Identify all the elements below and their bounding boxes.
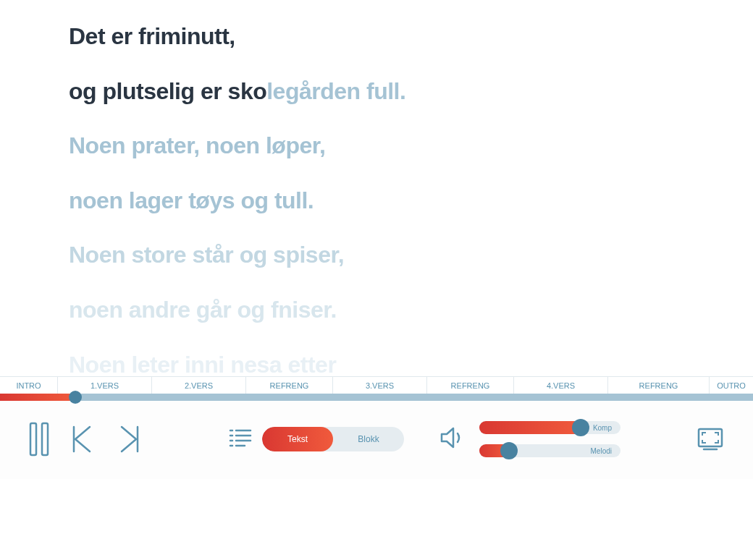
melodi-slider-handle[interactable] — [500, 442, 518, 459]
playback-controls — [29, 422, 142, 457]
audio-sliders: Komp Melodi — [479, 421, 621, 457]
timeline-section-label[interactable]: INTRO — [0, 377, 58, 394]
pause-button[interactable] — [29, 422, 49, 457]
timeline-track[interactable] — [0, 394, 753, 401]
timeline-progress — [0, 394, 75, 401]
lyric-line-4: noen lager tøys og tull. — [69, 186, 684, 216]
blokk-mode-button[interactable]: Blokk — [333, 427, 404, 451]
timeline-section-label[interactable]: 2.VERS — [152, 377, 246, 394]
svg-rect-0 — [30, 423, 36, 455]
audio-controls: Komp Melodi — [439, 421, 621, 457]
lyric-line-6: noen andre går og fniser. — [69, 295, 684, 326]
lyric-line-3: Noen prater, noen løper, — [69, 131, 684, 161]
melodi-slider[interactable]: Melodi — [479, 444, 621, 457]
fullscreen-button[interactable] — [697, 427, 724, 451]
timeline-section-label[interactable]: REFRENG — [246, 377, 333, 394]
melodi-label: Melodi — [588, 447, 615, 455]
next-button[interactable] — [116, 424, 142, 454]
timeline: INTRO1.VERS2.VERSREFRENG3.VERSREFRENG4.V… — [0, 376, 753, 401]
lyric-line-2: og plutselig er skolegården full. — [69, 77, 684, 107]
timeline-handle[interactable] — [69, 391, 82, 404]
lyric-sung-text: og plutselig er sko — [69, 78, 266, 104]
svg-rect-12 — [699, 429, 722, 446]
timeline-section-label[interactable]: 3.VERS — [333, 377, 427, 394]
previous-icon — [70, 424, 96, 454]
lyric-upcoming-text: legården full. — [266, 78, 405, 104]
timeline-section-label[interactable]: REFRENG — [427, 377, 514, 394]
fullscreen-icon — [697, 427, 724, 451]
lyrics-view-icon[interactable] — [229, 428, 252, 451]
view-mode-toggle: Tekst Blokk — [262, 427, 404, 451]
tekst-mode-button[interactable]: Tekst — [262, 427, 333, 451]
previous-button[interactable] — [70, 424, 96, 454]
komp-slider[interactable]: Komp — [479, 421, 621, 434]
timeline-section-labels: INTRO1.VERS2.VERSREFRENG3.VERSREFRENG4.V… — [0, 376, 753, 394]
controls-bar: Tekst Blokk Komp — [0, 401, 753, 479]
lyric-line-1: Det er friminutt, — [69, 22, 684, 52]
pause-icon — [29, 422, 49, 457]
next-icon — [116, 424, 142, 454]
svg-rect-1 — [42, 423, 48, 455]
timeline-section-label[interactable]: REFRENG — [608, 377, 710, 394]
volume-icon[interactable] — [439, 425, 465, 453]
timeline-section-label[interactable]: 4.VERS — [514, 377, 608, 394]
timeline-section-label[interactable]: OUTRO — [710, 377, 753, 394]
lyrics-display: Det er friminutt, og plutselig er skoleg… — [0, 0, 753, 376]
lyric-line-5: Noen store står og spiser, — [69, 240, 684, 271]
komp-label: Komp — [590, 424, 615, 432]
lyric-line-7: Noen leter inni nesa etter — [69, 350, 684, 376]
view-controls: Tekst Blokk — [229, 427, 404, 451]
lyric-sung-text: Det er friminutt, — [69, 23, 235, 49]
komp-slider-handle[interactable] — [572, 419, 589, 436]
